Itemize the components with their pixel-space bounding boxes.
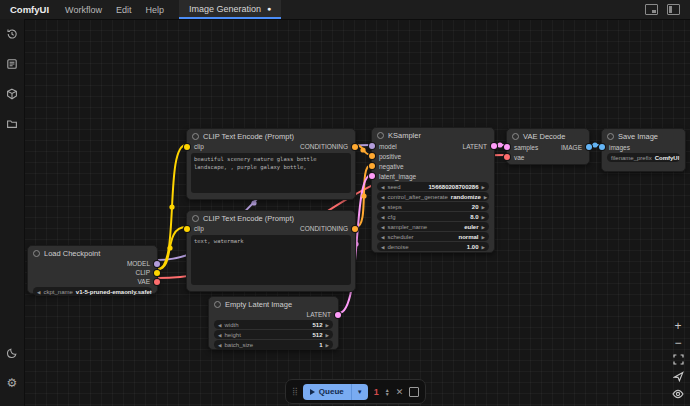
- input-slot-latent-image[interactable]: [369, 173, 375, 179]
- input-slot-model[interactable]: [369, 143, 375, 149]
- collapse-dot-icon[interactable]: [377, 132, 384, 139]
- queue-log-icon[interactable]: [0, 49, 24, 79]
- prev-value-icon[interactable]: [381, 234, 384, 240]
- node-title-bar[interactable]: Save Image: [602, 129, 685, 142]
- decrement-icon[interactable]: [218, 322, 221, 328]
- input-slot-negative[interactable]: [369, 163, 375, 169]
- input-slot-clip[interactable]: [184, 144, 190, 150]
- widget-scheduler[interactable]: scheduler normal: [377, 232, 489, 241]
- fit-view-button[interactable]: [671, 354, 685, 365]
- node-title-bar[interactable]: CLIP Text Encode (Prompt): [187, 129, 355, 142]
- widget-height[interactable]: height 512: [214, 330, 333, 339]
- node-title-bar[interactable]: CLIP Text Encode (Prompt): [187, 211, 355, 224]
- widget-cfg[interactable]: cfg 8.0: [377, 212, 489, 221]
- clear-queue-icon[interactable]: ✕: [396, 387, 404, 397]
- output-slot-image[interactable]: [586, 144, 592, 150]
- increment-icon[interactable]: [326, 342, 329, 348]
- toggle-sidebar-icon[interactable]: [667, 4, 680, 15]
- decrement-icon[interactable]: [218, 332, 221, 338]
- output-slot-latent[interactable]: [335, 312, 341, 318]
- toggle-bottom-panel-icon[interactable]: [645, 4, 658, 15]
- widget-denoise[interactable]: denoise 1.00: [377, 242, 489, 251]
- output-slot-conditioning[interactable]: [352, 226, 358, 232]
- node-title-bar[interactable]: KSampler: [372, 128, 494, 141]
- node-empty-latent-image[interactable]: Empty Latent Image LATENT width 512 heig…: [208, 296, 339, 350]
- collapse-dot-icon[interactable]: [33, 250, 40, 257]
- stop-icon[interactable]: [409, 387, 419, 397]
- prev-value-icon[interactable]: [381, 224, 384, 230]
- node-clip-text-encode-positive[interactable]: CLIP Text Encode (Prompt) clip CONDITION…: [186, 128, 356, 200]
- queue-options-chevron-icon[interactable]: ▼: [352, 389, 368, 395]
- increment-icon[interactable]: [326, 332, 329, 338]
- output-slot-clip[interactable]: [154, 270, 160, 276]
- node-vae-decode[interactable]: VAE Decode samples IMAGE vae: [506, 128, 590, 165]
- collapse-dot-icon[interactable]: [512, 133, 519, 140]
- node-load-checkpoint[interactable]: Load Checkpoint MODEL CLIP VAE ckpt_name…: [27, 245, 158, 294]
- prev-value-icon[interactable]: [37, 289, 40, 295]
- input-slot-vae[interactable]: [504, 154, 510, 160]
- batch-count-stepper[interactable]: ▲▼: [385, 388, 390, 396]
- increment-icon[interactable]: [326, 322, 329, 328]
- decrement-icon[interactable]: [218, 342, 221, 348]
- increment-icon[interactable]: [482, 244, 485, 250]
- increment-icon[interactable]: [482, 214, 485, 220]
- next-value-icon[interactable]: [482, 224, 485, 230]
- model-library-icon[interactable]: [0, 79, 24, 109]
- collapse-dot-icon[interactable]: [192, 215, 199, 222]
- tab-image-generation[interactable]: Image Generation ●: [179, 0, 281, 19]
- output-slot-latent[interactable]: [491, 143, 497, 149]
- input-slot-samples[interactable]: [504, 144, 510, 150]
- input-slot-positive[interactable]: [369, 153, 375, 159]
- node-save-image[interactable]: Save Image images filename_prefix ComfyU…: [601, 128, 686, 172]
- output-slot-conditioning[interactable]: [352, 144, 358, 150]
- prompt-textarea[interactable]: beautiful scenery nature glass bottle la…: [191, 153, 351, 193]
- output-slot-vae[interactable]: [154, 279, 160, 285]
- collapse-dot-icon[interactable]: [607, 133, 614, 140]
- zoom-in-button[interactable]: +: [671, 320, 685, 331]
- node-title: Load Checkpoint: [44, 249, 100, 258]
- widget-sampler-name[interactable]: sampler_name euler: [377, 222, 489, 231]
- comfyui-logo[interactable]: ComfyUI: [0, 4, 58, 15]
- menu-help[interactable]: Help: [138, 5, 171, 15]
- output-slot-model[interactable]: [154, 261, 160, 267]
- prompt-textarea[interactable]: text, watermark: [191, 235, 351, 285]
- drag-handle-icon[interactable]: ⣿: [292, 388, 297, 396]
- menu-workflow[interactable]: Workflow: [58, 5, 109, 15]
- zoom-out-button[interactable]: −: [671, 337, 685, 348]
- node-title-bar[interactable]: Load Checkpoint: [28, 246, 157, 259]
- increment-icon[interactable]: [482, 184, 485, 190]
- decrement-icon[interactable]: [381, 184, 384, 190]
- select-mode-button[interactable]: [671, 371, 685, 382]
- next-value-icon[interactable]: [482, 234, 485, 240]
- increment-icon[interactable]: [482, 204, 485, 210]
- node-clip-text-encode-negative[interactable]: CLIP Text Encode (Prompt) clip CONDITION…: [186, 210, 356, 292]
- decrement-icon[interactable]: [381, 214, 384, 220]
- queue-button[interactable]: Queue ▼: [303, 384, 368, 400]
- prev-value-icon[interactable]: [381, 194, 384, 200]
- decrement-icon[interactable]: [381, 244, 384, 250]
- node-canvas[interactable]: [24, 19, 690, 406]
- collapse-dot-icon[interactable]: [214, 301, 221, 308]
- collapse-dot-icon[interactable]: [192, 133, 199, 140]
- theme-toggle-icon[interactable]: [0, 338, 24, 368]
- widget-seed[interactable]: seed 156680208700286: [377, 182, 489, 191]
- batch-count-value[interactable]: 1: [374, 387, 379, 397]
- widget-filename-prefix[interactable]: filename_prefix ComfyUI: [607, 153, 680, 162]
- workflows-folder-icon[interactable]: [0, 109, 24, 139]
- decrement-icon[interactable]: [381, 204, 384, 210]
- widget-steps[interactable]: steps 20: [377, 202, 489, 211]
- widget-batch-size[interactable]: batch_size 1: [214, 340, 333, 349]
- node-title-bar[interactable]: Empty Latent Image: [209, 297, 338, 310]
- node-title-bar[interactable]: VAE Decode: [507, 129, 589, 142]
- input-slot-clip[interactable]: [184, 226, 190, 232]
- widget-width[interactable]: width 512: [214, 320, 333, 329]
- next-value-icon[interactable]: [484, 194, 487, 200]
- menu-edit[interactable]: Edit: [109, 5, 139, 15]
- widget-ckpt-name[interactable]: ckpt_name v1-5-pruned-emaonly.safete...: [33, 287, 152, 296]
- workflows-history-icon[interactable]: [0, 19, 24, 49]
- node-ksampler[interactable]: KSampler model LATENT positive negative …: [371, 127, 495, 253]
- input-slot-images[interactable]: [599, 144, 605, 150]
- settings-gear-icon[interactable]: ⚙: [0, 368, 24, 398]
- widget-control-after-generate[interactable]: control_after_generate randomize: [377, 192, 489, 201]
- toggle-link-visibility-icon[interactable]: [671, 388, 685, 399]
